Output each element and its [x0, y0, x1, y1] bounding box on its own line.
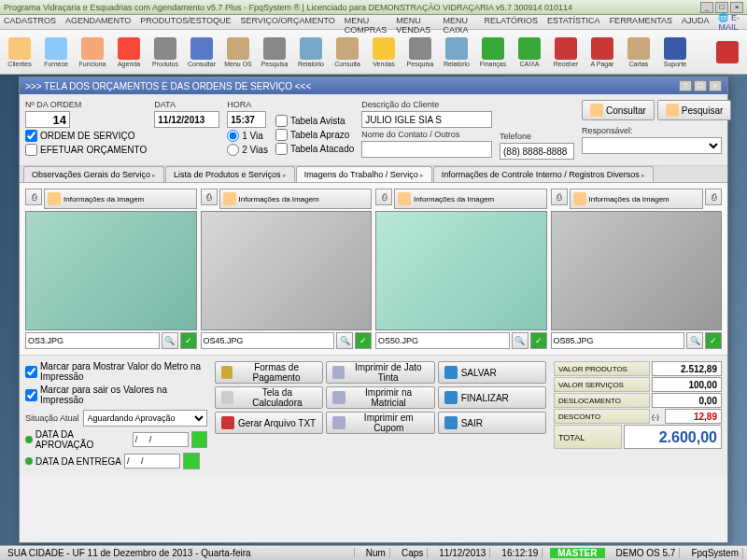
toolbar-menu os[interactable]: Menu OS: [220, 32, 256, 73]
contact-name-input[interactable]: [361, 141, 492, 158]
export-txt-button[interactable]: Gerar Arquivo TXT: [215, 412, 323, 434]
phone-input[interactable]: [500, 143, 574, 160]
image-mini-btn[interactable]: ⎙: [201, 189, 218, 205]
help-button[interactable]: ?: [679, 80, 692, 91]
toolbar-vendas[interactable]: Vendas: [366, 32, 402, 73]
menu-menu caixa[interactable]: MENU CAIXA: [443, 16, 474, 28]
approval-date-input[interactable]: [133, 432, 189, 447]
tab-3[interactable]: Informações de Controle Interno / Regist…: [433, 166, 654, 182]
image-mini-btn[interactable]: ⎙: [25, 189, 42, 205]
image-filename-input[interactable]: [201, 332, 335, 349]
toolbar-finanças[interactable]: Finanças: [475, 32, 511, 73]
table-cash-checkbox[interactable]: Tabela Avista: [275, 115, 354, 127]
zoom-button[interactable]: 🔍: [162, 332, 178, 349]
toolbar-agenda[interactable]: Agenda: [111, 32, 147, 73]
image-info-button[interactable]: Informações da Imagem: [394, 189, 547, 209]
confirm-button[interactable]: ✓: [355, 332, 372, 349]
menu-menu vendas[interactable]: MENU VENDAS: [396, 16, 433, 28]
image-info-button[interactable]: Informações da Imagem: [570, 189, 704, 209]
order-number-input[interactable]: [25, 111, 70, 128]
maximize-button[interactable]: □: [715, 2, 728, 13]
table-credit-checkbox[interactable]: Tabela Aprazo: [275, 129, 354, 141]
delivery-date-input[interactable]: [124, 454, 180, 469]
save-button[interactable]: SALVAR: [438, 361, 546, 384]
toolbar-a pagar[interactable]: A Pagar: [585, 32, 620, 73]
menu-estatística[interactable]: ESTATÍSTICA: [547, 16, 600, 28]
image-extra-btn[interactable]: ⎙: [705, 189, 722, 205]
menu-cadastros[interactable]: CADASTROS: [4, 16, 56, 28]
services-value: 100,00: [652, 377, 722, 392]
confirm-button[interactable]: ✓: [180, 332, 197, 349]
image-thumbnail[interactable]: [201, 211, 373, 330]
toolbar-consultar[interactable]: Consultar: [184, 32, 219, 73]
exit-button[interactable]: SAIR: [438, 412, 546, 434]
date-input[interactable]: [154, 111, 219, 128]
toolbar-pesquisa[interactable]: Pesquisa: [257, 32, 292, 73]
one-copy-radio[interactable]: 1 Via: [227, 130, 268, 142]
toolbar-pesquisa[interactable]: Pesquisa: [402, 32, 438, 73]
two-copies-radio[interactable]: 2 Vias: [227, 144, 268, 156]
confirm-button[interactable]: ✓: [530, 332, 547, 349]
tab-0[interactable]: Observações Gerais do Serviço▸: [23, 166, 164, 182]
sub-close-button[interactable]: ×: [709, 80, 722, 91]
payment-forms-button[interactable]: Formas de Pagamento: [215, 361, 323, 384]
close-button[interactable]: ×: [730, 2, 743, 13]
menu-menu compras[interactable]: MENU COMPRAS: [345, 16, 388, 28]
toolbar-produtos[interactable]: Produtos: [148, 32, 183, 73]
menu-agendamento[interactable]: AGENDAMENTO: [65, 16, 131, 28]
image-filename-input[interactable]: [375, 332, 510, 349]
approval-date-cal-icon[interactable]: [191, 431, 207, 448]
toolbar-fornece[interactable]: Fornece: [38, 32, 74, 73]
toolbar-caixa[interactable]: CAIXA: [512, 32, 547, 73]
image-thumbnail[interactable]: [25, 211, 197, 330]
image-info-button[interactable]: Informações da Imagem: [219, 189, 373, 209]
image-info-button[interactable]: Informações da Imagem: [44, 189, 197, 209]
delivery-date-cal-icon[interactable]: [183, 453, 200, 469]
search-button[interactable]: Pesquisar: [657, 100, 731, 120]
minimize-button[interactable]: _: [700, 2, 713, 13]
budget-checkbox[interactable]: EFETUAR ORÇAMENTO: [25, 144, 147, 156]
sub-maximize-button[interactable]: □: [694, 80, 707, 91]
menu-relatórios[interactable]: RELATÓRIOS: [485, 16, 538, 28]
image-mini-btn[interactable]: ⎙: [375, 189, 392, 205]
tab-1[interactable]: Lista de Produtos e Serviços▸: [165, 166, 295, 182]
toolbar-clientes[interactable]: Clientes: [2, 32, 37, 73]
email-link[interactable]: 🌐 E-MAIL: [718, 16, 743, 28]
toolbar-relatório[interactable]: Relatório: [439, 32, 474, 73]
image-mini-btn[interactable]: ⎙: [551, 189, 568, 205]
toolbar-receber[interactable]: Receber: [548, 32, 584, 73]
show-meter-checkbox[interactable]: Marcar para Mostrar Valor do Metro na Im…: [25, 361, 207, 382]
confirm-button[interactable]: ✓: [705, 332, 722, 349]
zoom-button[interactable]: 🔍: [512, 332, 529, 349]
toolbar-exit[interactable]: [710, 32, 745, 73]
image-filename-input[interactable]: [551, 332, 685, 349]
print-inkjet-button[interactable]: Imprimir de Jato Tinta: [326, 361, 434, 384]
time-input[interactable]: [227, 111, 266, 128]
show-values-checkbox[interactable]: Marcar para sair os Valores na Impressão: [25, 385, 207, 405]
toolbar-consulta[interactable]: Consulta: [330, 32, 365, 73]
menu-ajuda[interactable]: AJUDA: [682, 16, 710, 28]
toolbar-cartas[interactable]: Cartas: [621, 32, 656, 73]
calculator-button[interactable]: Tela da Calculadora: [215, 386, 323, 409]
image-thumbnail[interactable]: [551, 211, 723, 330]
menu-serviço/orçamento[interactable]: SERVIÇO/ORÇAMENTO: [241, 16, 335, 28]
finalize-button[interactable]: FINALIZAR: [438, 386, 546, 409]
print-coupon-button[interactable]: Imprimir em Cupom: [326, 412, 434, 434]
toolbar-funciona[interactable]: Funciona: [75, 32, 110, 73]
status-select[interactable]: Aguardando Aprovação: [83, 410, 207, 427]
client-desc-input[interactable]: [361, 111, 492, 128]
toolbar-relatório[interactable]: Relatório: [293, 32, 329, 73]
table-wholesale-checkbox[interactable]: Tabela Atacado: [275, 143, 354, 155]
image-thumbnail[interactable]: [375, 211, 547, 330]
zoom-button[interactable]: 🔍: [686, 332, 703, 349]
tab-2[interactable]: Imagens do Trabalho / Serviço▸: [296, 166, 432, 182]
menu-ferramentas[interactable]: FERRAMENTAS: [610, 16, 672, 28]
menu-produtos/estoque[interactable]: PRODUTOS/ESTOQUE: [140, 16, 231, 28]
print-matrix-button[interactable]: Imprimir na Matricial: [326, 386, 434, 409]
consult-button[interactable]: Consultar: [582, 100, 655, 120]
zoom-button[interactable]: 🔍: [336, 332, 353, 349]
responsible-select[interactable]: [582, 137, 722, 154]
image-filename-input[interactable]: [25, 332, 160, 349]
service-order-checkbox[interactable]: ORDEM DE SERVIÇO: [25, 130, 147, 142]
toolbar-suporte[interactable]: Suporte: [657, 32, 693, 73]
